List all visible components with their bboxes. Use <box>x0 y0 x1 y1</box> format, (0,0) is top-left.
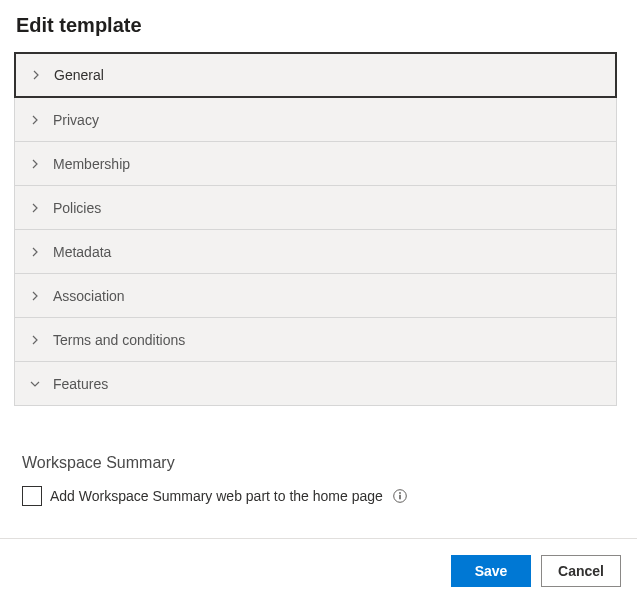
scroll-area[interactable]: General Privacy Membership Policies Meta <box>14 52 617 538</box>
chevron-right-icon <box>30 69 42 81</box>
accordion-label: Association <box>53 288 125 304</box>
chevron-right-icon <box>29 202 41 214</box>
accordion-item-privacy[interactable]: Privacy <box>14 98 617 142</box>
accordion-item-policies[interactable]: Policies <box>14 186 617 230</box>
panel-title: Edit template <box>0 0 637 57</box>
accordion-item-terms[interactable]: Terms and conditions <box>14 318 617 362</box>
accordion-label: Terms and conditions <box>53 332 185 348</box>
accordion-item-metadata[interactable]: Metadata <box>14 230 617 274</box>
accordion-item-association[interactable]: Association <box>14 274 617 318</box>
info-icon[interactable] <box>393 489 407 503</box>
accordion-item-membership[interactable]: Membership <box>14 142 617 186</box>
accordion-item-general[interactable]: General <box>14 52 617 98</box>
chevron-right-icon <box>29 290 41 302</box>
accordion-label: Policies <box>53 200 101 216</box>
accordion-item-features[interactable]: Features <box>14 362 617 406</box>
workspace-summary-title: Workspace Summary <box>22 454 609 472</box>
accordion-label: Features <box>53 376 108 392</box>
chevron-right-icon <box>29 158 41 170</box>
footer: Save Cancel <box>0 538 637 602</box>
chevron-down-icon <box>29 378 41 390</box>
workspace-summary-checkbox-row: Add Workspace Summary web part to the ho… <box>22 486 609 506</box>
cancel-button[interactable]: Cancel <box>541 555 621 587</box>
accordion: General Privacy Membership Policies Meta <box>14 52 617 406</box>
accordion-label: Privacy <box>53 112 99 128</box>
svg-rect-2 <box>399 495 401 500</box>
chevron-right-icon <box>29 114 41 126</box>
workspace-summary-section: Workspace Summary Add Workspace Summary … <box>14 454 617 538</box>
accordion-label: Membership <box>53 156 130 172</box>
chevron-right-icon <box>29 334 41 346</box>
save-button[interactable]: Save <box>451 555 531 587</box>
workspace-summary-checkbox-label: Add Workspace Summary web part to the ho… <box>50 488 383 504</box>
workspace-summary-checkbox[interactable] <box>22 486 42 506</box>
accordion-label: General <box>54 67 104 83</box>
accordion-label: Metadata <box>53 244 111 260</box>
svg-point-1 <box>399 492 401 494</box>
chevron-right-icon <box>29 246 41 258</box>
